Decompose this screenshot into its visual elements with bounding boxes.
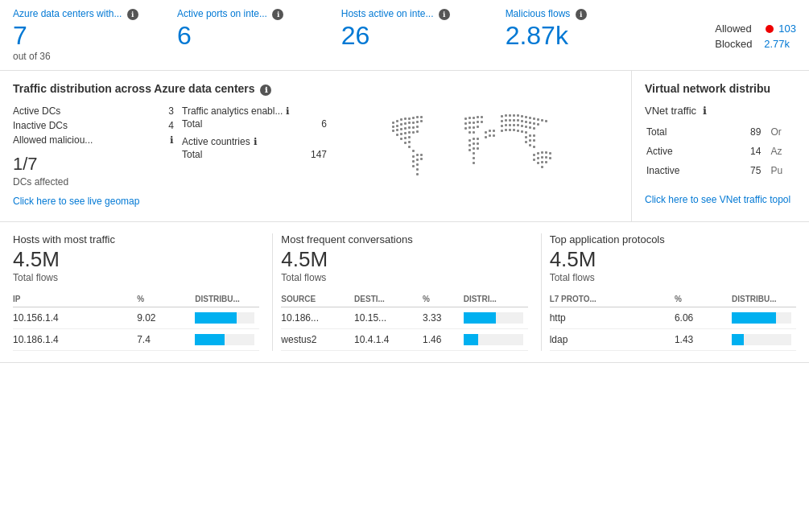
svg-rect-47: [468, 117, 471, 119]
total-countries-label: Total: [182, 149, 202, 160]
malicious-flows-title[interactable]: Malicious flows ℹ: [506, 8, 683, 20]
conversations-table: SOURCE DESTI... % DISTRI... 10.186... 10…: [281, 291, 527, 351]
svg-rect-100: [533, 122, 535, 125]
active-dcs-row: Active DCs 3: [13, 105, 174, 117]
traffic-middle-stats: Traffic analytics enabl... ℹ Total 6 Act…: [182, 105, 327, 210]
bottom-panels: Hosts with most traffic 4.5M Total flows…: [0, 222, 809, 363]
analytics-info-icon[interactable]: ℹ: [286, 105, 290, 117]
azure-dc-sub: out of 36: [13, 51, 161, 62]
azure-dc-title[interactable]: Azure data centers with... ℹ: [13, 8, 161, 20]
svg-rect-34: [408, 146, 411, 148]
traffic-panel-title: Traffic distribution across Azure data c…: [13, 82, 618, 95]
hosts-active-metric: Hosts active on inte... ℹ 26: [341, 8, 506, 51]
svg-rect-76: [493, 130, 495, 132]
svg-rect-127: [537, 152, 539, 155]
svg-rect-22: [416, 126, 419, 128]
azure-dc-info-icon[interactable]: ℹ: [127, 9, 138, 20]
svg-rect-84: [517, 114, 519, 117]
hosts-bar-bg: [195, 312, 254, 324]
active-countries-section: Active countries ℹ Total 147: [182, 136, 327, 160]
svg-rect-39: [412, 160, 415, 163]
svg-rect-105: [513, 124, 515, 126]
total-countries-row: Total 147: [182, 149, 327, 160]
traffic-panel-info-icon[interactable]: ℹ: [260, 85, 271, 96]
svg-rect-128: [541, 151, 543, 154]
proto-l7-header: L7 PROTO...: [550, 291, 675, 307]
svg-rect-138: [545, 161, 547, 163]
svg-rect-30: [404, 137, 407, 139]
conv-source-cell: westus2: [281, 328, 354, 350]
svg-rect-31: [408, 136, 411, 138]
active-ports-info-icon[interactable]: ℹ: [272, 9, 283, 20]
svg-rect-49: [477, 116, 479, 118]
vnet-info-icon[interactable]: ℹ: [703, 105, 707, 117]
proto-name-cell: ldap: [550, 328, 675, 350]
svg-rect-114: [513, 129, 515, 131]
proto-bar-fill: [732, 312, 777, 324]
active-countries-info-icon[interactable]: ℹ: [254, 136, 258, 147]
svg-rect-58: [473, 126, 475, 129]
hosts-traffic-panel: Hosts with most traffic 4.5M Total flows…: [13, 233, 273, 351]
vnet-topol-link[interactable]: Click here to see VNet traffic topol: [645, 194, 790, 205]
hosts-active-title[interactable]: Hosts active on inte... ℹ: [341, 8, 489, 20]
conv-pct-header: %: [423, 291, 464, 307]
protocols-total-flows: Total flows: [550, 272, 796, 283]
svg-rect-125: [533, 146, 535, 148]
svg-rect-122: [529, 139, 531, 142]
allowed-malicious-row: Allowed maliciou... ℹ: [13, 134, 174, 146]
vnet-inactive-col2: Pu: [770, 162, 795, 179]
traffic-distribution-panel: Traffic distribution across Azure data c…: [0, 71, 632, 221]
svg-rect-111: [501, 130, 503, 132]
svg-rect-129: [545, 151, 547, 154]
analytics-total-value: 6: [321, 118, 327, 130]
svg-rect-42: [412, 165, 415, 167]
conversations-header-row: SOURCE DESTI... % DISTRI...: [281, 291, 527, 307]
conv-distrib-header: DISTRI...: [464, 291, 528, 307]
svg-rect-102: [501, 125, 503, 127]
proto-pct-cell: 6.06: [675, 307, 732, 328]
allowed-malicious-info-icon[interactable]: ℹ: [170, 134, 174, 146]
svg-rect-1: [396, 120, 398, 122]
active-ports-metric: Active ports on inte... ℹ 6: [177, 8, 341, 51]
allowed-row: Allowed 103: [715, 23, 796, 35]
svg-rect-48: [473, 117, 475, 119]
svg-rect-88: [533, 118, 535, 120]
geomap-link[interactable]: Click here to see live geomap: [13, 196, 139, 207]
inactive-dcs-label: Inactive DCs: [13, 120, 68, 131]
vnet-inactive-label: Inactive: [646, 162, 729, 179]
azure-dc-title-text: Azure data centers with...: [13, 8, 122, 19]
svg-rect-91: [545, 120, 547, 122]
active-ports-title[interactable]: Active ports on inte... ℹ: [177, 8, 325, 20]
conv-bar-fill: [464, 334, 479, 345]
svg-rect-35: [412, 150, 415, 152]
hosts-active-info-icon[interactable]: ℹ: [439, 9, 450, 20]
svg-rect-46: [464, 118, 467, 120]
conv-bar-cell: [464, 328, 528, 350]
svg-rect-89: [537, 118, 539, 121]
hosts-pct-cell: 7.4: [137, 328, 195, 350]
hosts-bar-fill: [195, 334, 225, 345]
svg-rect-137: [541, 161, 543, 163]
svg-rect-66: [473, 142, 475, 145]
svg-rect-90: [541, 119, 543, 122]
vnet-inactive-val: 75: [731, 162, 769, 179]
proto-distrib-header: DISTRIBU...: [732, 291, 796, 307]
hosts-traffic-table: IP % DISTRIBU... 10.156.1.4 9.02 10.186.…: [13, 291, 259, 351]
svg-rect-20: [408, 126, 411, 129]
proto-bar-cell: [732, 307, 796, 328]
svg-rect-65: [468, 144, 471, 146]
hosts-bar-bg: [195, 334, 254, 345]
svg-rect-15: [420, 120, 423, 122]
world-map-svg: [376, 105, 577, 210]
proto-table-row: ldap 1.43: [550, 328, 796, 350]
conv-bar-fill: [464, 312, 497, 324]
svg-rect-62: [468, 139, 471, 142]
protocols-big-number: 4.5M: [550, 247, 796, 272]
malicious-flows-info-icon[interactable]: ℹ: [576, 9, 587, 20]
vnet-row-active: Active 14 Az: [646, 142, 795, 160]
analytics-total-label: Total: [182, 118, 202, 130]
svg-rect-110: [533, 127, 535, 130]
svg-rect-107: [521, 125, 523, 127]
conv-pct-cell: 1.46: [423, 328, 464, 350]
svg-rect-68: [468, 149, 471, 151]
